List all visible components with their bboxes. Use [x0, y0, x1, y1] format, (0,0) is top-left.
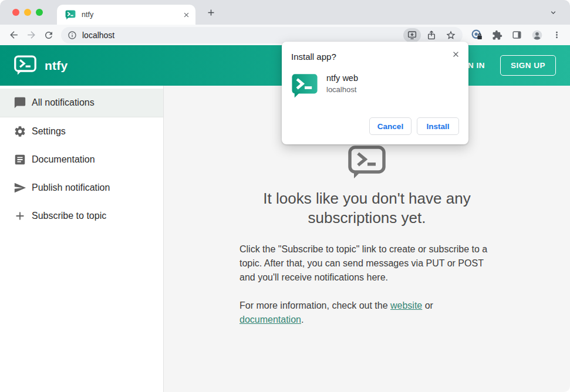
sidebar-item-label: All notifications [32, 97, 95, 108]
chat-icon [13, 96, 27, 110]
documentation-link[interactable]: documentation [240, 315, 301, 325]
empty-state-heading: It looks like you don't have any subscri… [240, 189, 494, 228]
tab-close-icon[interactable] [181, 10, 191, 19]
empty-state: It looks like you don't have any subscri… [240, 146, 494, 392]
share-icon[interactable] [423, 28, 440, 42]
sidebar-item-label: Subscribe to topic [32, 211, 106, 221]
sign-up-button[interactable]: SIGN UP [500, 55, 556, 76]
side-panel-icon[interactable] [508, 26, 525, 43]
empty-state-paragraph: Click the "Subscribe to topic" link to c… [240, 242, 494, 285]
empty-state-links-paragraph: For more information, check out the webs… [240, 299, 494, 327]
plus-icon [13, 209, 27, 223]
bookmark-star-icon[interactable] [442, 28, 460, 42]
sidebar-item-documentation[interactable]: Documentation [0, 146, 163, 174]
dialog-app-name: ntfy web [326, 73, 358, 83]
forward-icon[interactable] [22, 26, 40, 44]
browser-menu-icon[interactable] [548, 26, 565, 43]
dialog-app-info: ntfy web localhost [291, 72, 459, 99]
cancel-button[interactable]: Cancel [369, 117, 412, 135]
sidebar-item-settings[interactable]: Settings [0, 117, 163, 146]
extensions-puzzle-icon[interactable] [488, 26, 505, 43]
omnibox-actions [403, 28, 460, 42]
dialog-app-origin: localhost [326, 85, 358, 94]
sidebar-item-publish-notification[interactable]: Publish notification [0, 174, 163, 202]
browser-window: ntfy localhost [0, 0, 570, 392]
sidebar-item-subscribe-to-topic[interactable]: Subscribe to topic [0, 202, 163, 230]
url-text: localhost [82, 31, 403, 40]
new-tab-button[interactable] [203, 4, 219, 21]
browser-tab[interactable]: ntfy [57, 5, 195, 25]
dialog-title: Install app? [291, 52, 459, 62]
ntfy-terminal-icon [348, 146, 386, 182]
traffic-lights [0, 9, 43, 16]
article-icon [13, 153, 27, 167]
tab-title: ntfy [82, 11, 181, 19]
zoom-window-button[interactable] [36, 9, 43, 16]
tab-search-chevron-icon[interactable] [545, 5, 561, 20]
close-window-button[interactable] [12, 9, 19, 16]
sidebar-item-label: Publish notification [32, 183, 110, 193]
ntfy-app-icon [291, 72, 318, 99]
ntfy-favicon-icon [65, 9, 76, 20]
privacy-extension-icon[interactable] [468, 26, 485, 43]
site-info-icon[interactable] [68, 31, 77, 40]
gear-icon [13, 124, 27, 138]
sidebar: All notifications Settings Documentation… [0, 86, 164, 392]
install-app-icon[interactable] [403, 28, 421, 42]
back-icon[interactable] [5, 26, 22, 44]
close-icon[interactable] [450, 49, 461, 59]
tab-strip: ntfy [0, 0, 570, 25]
paragraph-text: . [301, 315, 303, 325]
reload-icon[interactable] [40, 26, 58, 44]
minimize-window-button[interactable] [24, 9, 31, 16]
ntfy-logo-icon [14, 55, 36, 76]
toolbar-right-actions [468, 26, 565, 43]
profile-avatar-icon[interactable] [528, 26, 545, 43]
sidebar-item-all-notifications[interactable]: All notifications [0, 89, 163, 117]
address-bar[interactable]: localhost [61, 27, 463, 43]
install-button[interactable]: Install [417, 117, 459, 135]
sidebar-item-label: Settings [32, 126, 66, 137]
install-app-dialog: Install app? ntfy web localhost Cancel [282, 42, 468, 144]
sidebar-item-label: Documentation [32, 154, 95, 165]
dialog-app-texts: ntfy web localhost [326, 72, 358, 94]
website-link[interactable]: website [390, 300, 422, 310]
paragraph-text: For more information, check out the [240, 300, 390, 310]
app-title: ntfy [45, 59, 68, 73]
dialog-buttons: Cancel Install [369, 117, 459, 135]
paragraph-text: or [422, 300, 433, 310]
send-icon [13, 181, 27, 195]
